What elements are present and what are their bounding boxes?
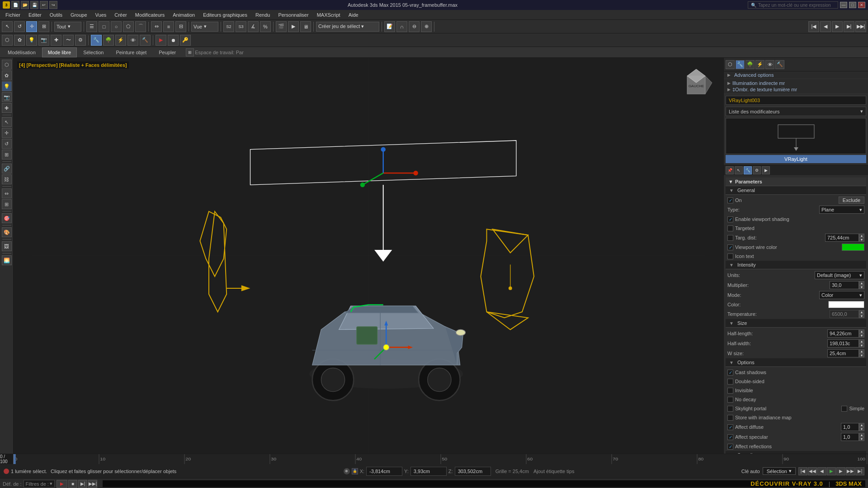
key-mode[interactable]: |◀ xyxy=(808,21,819,32)
camera-tool[interactable]: 📷 xyxy=(38,35,49,46)
viewport-shading-checkbox[interactable]: ✓ xyxy=(727,216,733,222)
stack-header[interactable]: Liste des modificateurs ▾ xyxy=(726,107,866,116)
open-btn[interactable]: 📂 xyxy=(21,1,29,9)
temperature-spinner[interactable]: 6500,0 ▲▼ xyxy=(830,310,864,318)
viewport-cube[interactable]: GAUCHE xyxy=(678,67,714,103)
modify-panel-btn[interactable]: 🔧 xyxy=(736,60,745,69)
menu-outils[interactable]: Outils xyxy=(46,11,66,19)
selection-filter-dropdown[interactable]: Tout ▾ xyxy=(54,22,81,32)
create-cam[interactable]: 📷 xyxy=(2,92,12,102)
mirror-tool[interactable]: ⇔ xyxy=(151,21,162,32)
rec-key[interactable]: ⏺ xyxy=(168,35,179,46)
units-dropdown[interactable]: Default (image) ▾ xyxy=(815,271,864,279)
targ-dist-checkbox[interactable] xyxy=(727,235,733,241)
skylight-checkbox[interactable] xyxy=(727,406,733,412)
menu-rendu[interactable]: Rendu xyxy=(252,11,274,19)
cast-shadows-checkbox[interactable]: ✓ xyxy=(727,370,733,375)
motion-panel[interactable]: ⚡ xyxy=(115,35,126,46)
select-sub[interactable]: ⊖ xyxy=(409,21,420,32)
array[interactable]: ⊞ xyxy=(2,199,12,209)
filter-dropdown[interactable]: Filtres de : ▾ xyxy=(24,480,55,488)
spacewarp-tool[interactable]: 〜 xyxy=(63,35,74,46)
modify-active-btn[interactable]: 🔧 xyxy=(744,166,752,174)
select-move[interactable]: ✛ xyxy=(2,128,12,138)
mode-dropdown[interactable]: Color ▾ xyxy=(819,291,864,299)
select-tool[interactable]: ↖ xyxy=(2,21,13,32)
utilities-panel-btn[interactable]: 🔨 xyxy=(775,60,784,69)
display-panel[interactable]: 👁 xyxy=(127,35,138,46)
move-tool[interactable]: ✛ xyxy=(26,21,37,32)
play-anim[interactable]: ▶ xyxy=(832,21,843,32)
align-tool[interactable]: ≡ xyxy=(163,21,174,32)
object-name-field[interactable]: VRayLight003 xyxy=(726,96,866,105)
close-button[interactable]: ✕ xyxy=(858,2,865,8)
affect-specular-checkbox[interactable]: ✓ xyxy=(727,434,733,440)
no-decay-checkbox[interactable] xyxy=(727,397,733,403)
angle-snap[interactable]: ∡ xyxy=(248,21,259,32)
menu-groupe[interactable]: Groupe xyxy=(67,11,91,19)
pin-btn[interactable]: 📌 xyxy=(726,166,734,174)
invisible-checkbox[interactable] xyxy=(727,388,733,394)
menu-creer[interactable]: Créer xyxy=(111,11,131,19)
hierarchy-panel[interactable]: 🌳 xyxy=(103,35,114,46)
render-prod[interactable]: 🖥 xyxy=(300,21,311,32)
display-panel-btn[interactable]: 👁 xyxy=(765,60,774,69)
simple-checkbox[interactable] xyxy=(841,406,847,412)
anim-last[interactable]: ▶| xyxy=(855,467,864,475)
illumination-link[interactable]: Illumination indirecte mr xyxy=(732,80,785,86)
snap-tool[interactable]: 🎯 xyxy=(2,213,12,223)
anim-next[interactable]: ▶ xyxy=(836,467,845,475)
create-panel-btn[interactable]: ⬡ xyxy=(726,60,735,69)
z-coord[interactable]: 303,502cm xyxy=(455,467,491,476)
viewport[interactable]: [4] [Perspective] [Réaliste + Faces déli… xyxy=(14,58,723,454)
lasso-select[interactable]: ⌒ xyxy=(135,21,146,32)
menu-personnaliser[interactable]: Personnaliser xyxy=(274,11,312,19)
menu-modificateurs[interactable]: Modificateurs xyxy=(132,11,168,19)
menu-editer[interactable]: Editer xyxy=(25,11,45,19)
selection-dropdown[interactable]: Sélection ▾ xyxy=(763,467,796,475)
rect-select[interactable]: □ xyxy=(99,21,109,32)
modify-panel[interactable]: 🔧 xyxy=(91,35,102,46)
light-tool[interactable]: 💡 xyxy=(26,35,37,46)
menu-maxscript[interactable]: MAXScript xyxy=(313,11,344,19)
wire-color-swatch[interactable] xyxy=(842,244,864,251)
rotate-tool[interactable]: ↺ xyxy=(14,21,25,32)
affect-diffuse-checkbox[interactable]: ✓ xyxy=(727,424,733,430)
anim-play[interactable]: ▶ xyxy=(827,467,836,475)
last-frame[interactable]: ▶▶| xyxy=(855,21,866,32)
link-tool[interactable]: 🔗 xyxy=(2,164,12,174)
tab-modelisation[interactable]: Modélisation xyxy=(2,47,42,57)
anim-first[interactable]: |◀ xyxy=(798,467,807,475)
motion-panel-btn[interactable]: ⚡ xyxy=(755,60,764,69)
percent-snap[interactable]: % xyxy=(260,21,271,32)
minimize-button[interactable]: — xyxy=(840,2,847,8)
advanced-options-link[interactable]: Advanced options xyxy=(734,72,774,78)
targeted-checkbox[interactable] xyxy=(727,225,733,231)
workspace-btn[interactable]: ⊞ xyxy=(186,48,194,56)
anim-prev-key[interactable]: ◀◀ xyxy=(808,467,817,475)
menu-editeurs[interactable]: Editeurs graphiques xyxy=(199,11,251,19)
undo-btn[interactable]: ↩ xyxy=(40,1,48,9)
menu-animation[interactable]: Animation xyxy=(169,11,198,19)
menu-vues[interactable]: Vues xyxy=(92,11,110,19)
affect-diffuse-spinner[interactable]: 1,0 ▲▼ xyxy=(841,423,864,431)
select-obj[interactable]: ↖ xyxy=(2,117,12,127)
tab-mode-libre[interactable]: Mode libre xyxy=(42,47,77,57)
affect-specular-spinner[interactable]: 1,0 ▲▼ xyxy=(841,433,864,441)
anim-next-key[interactable]: ▶▶ xyxy=(846,467,855,475)
create-helper[interactable]: ✚ xyxy=(2,103,12,113)
affect-reflections-checkbox[interactable]: ✓ xyxy=(727,444,733,450)
exclude-button[interactable]: Exclude xyxy=(839,197,864,204)
ombr-link[interactable]: ‡Ombr. de texture lumière mr xyxy=(732,87,797,92)
prev-frame[interactable]: ◀ xyxy=(820,21,831,32)
settings-btn[interactable]: ⚙ xyxy=(753,166,761,174)
save-btn[interactable]: 💾 xyxy=(30,1,38,9)
tab-peinture[interactable]: Peinture objet xyxy=(110,47,152,57)
targ-dist-spinner[interactable]: 725,44cm ▲▼ xyxy=(825,234,864,242)
anim-prev[interactable]: ◀ xyxy=(817,467,826,475)
wire-color-checkbox[interactable]: ✓ xyxy=(727,244,733,250)
select-rotate[interactable]: ↺ xyxy=(2,139,12,149)
system-tool[interactable]: ⚙ xyxy=(75,35,86,46)
next-frame[interactable]: ▶| xyxy=(844,21,854,32)
redo-btn[interactable]: ↪ xyxy=(49,1,57,9)
